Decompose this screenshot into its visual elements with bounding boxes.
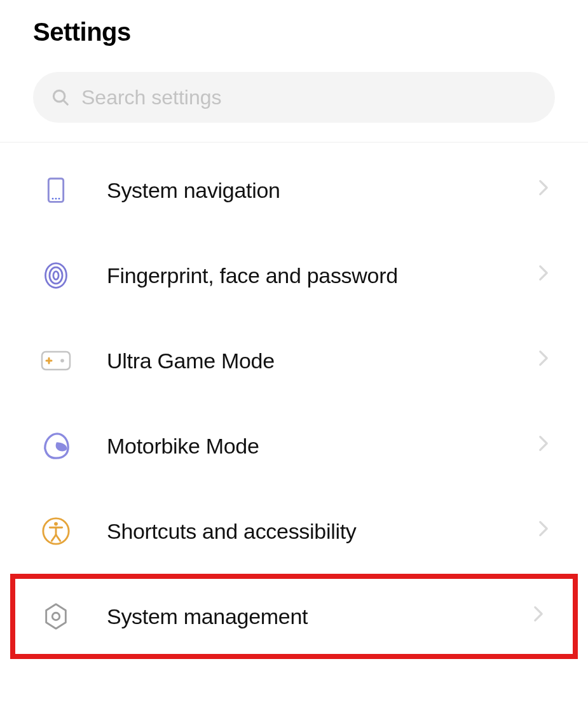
- chevron-right-icon: [538, 265, 552, 286]
- svg-marker-19: [46, 604, 66, 628]
- header: Settings: [0, 0, 588, 72]
- gamepad-icon: [41, 345, 71, 376]
- chevron-right-icon: [538, 350, 552, 371]
- item-label: System management: [107, 604, 498, 629]
- item-label: Ultra Game Mode: [107, 349, 503, 373]
- phone-icon: [41, 175, 71, 205]
- svg-point-7: [50, 267, 62, 284]
- chevron-right-icon: [538, 179, 552, 201]
- svg-point-5: [58, 198, 60, 200]
- item-label: Shortcuts and accessibility: [107, 519, 503, 544]
- svg-point-4: [55, 198, 57, 200]
- item-ultra-game-mode[interactable]: Ultra Game Mode: [0, 318, 588, 403]
- page-title: Settings: [33, 18, 555, 46]
- item-label: Motorbike Mode: [107, 434, 503, 459]
- svg-line-18: [56, 535, 60, 541]
- svg-point-8: [53, 272, 58, 280]
- item-label: System navigation: [107, 178, 503, 203]
- chevron-right-icon: [533, 606, 547, 627]
- helmet-icon: [41, 431, 71, 461]
- search-field[interactable]: [33, 72, 555, 123]
- settings-list: System navigation Fingerprint, face and …: [0, 142, 588, 659]
- svg-line-1: [64, 101, 67, 104]
- item-motorbike-mode[interactable]: Motorbike Mode: [0, 403, 588, 489]
- item-system-navigation[interactable]: System navigation: [0, 148, 588, 233]
- search-container: [0, 72, 588, 142]
- svg-line-17: [51, 535, 56, 541]
- chevron-right-icon: [538, 520, 552, 542]
- gear-hex-icon: [41, 601, 71, 632]
- fingerprint-icon: [41, 260, 71, 291]
- accessibility-icon: [41, 516, 71, 546]
- search-input[interactable]: [80, 85, 537, 110]
- search-icon: [51, 88, 70, 107]
- item-label: Fingerprint, face and password: [107, 263, 503, 288]
- svg-point-3: [52, 198, 54, 200]
- svg-point-20: [52, 613, 60, 620]
- highlight-box: System management: [10, 574, 578, 659]
- svg-point-12: [60, 359, 64, 363]
- chevron-right-icon: [538, 435, 552, 457]
- svg-point-14: [54, 522, 58, 526]
- item-shortcuts-accessibility[interactable]: Shortcuts and accessibility: [0, 489, 588, 574]
- item-fingerprint[interactable]: Fingerprint, face and password: [0, 233, 588, 318]
- item-system-management[interactable]: System management: [15, 579, 573, 654]
